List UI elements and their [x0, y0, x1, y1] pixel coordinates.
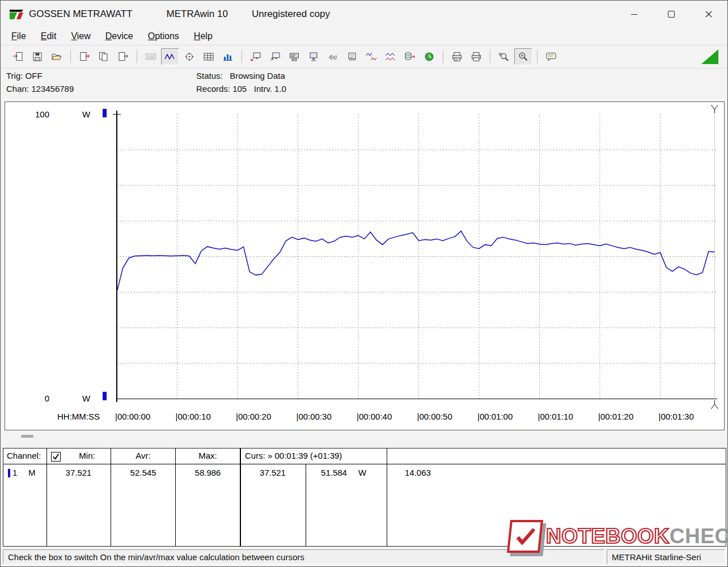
- status-info: Status: Browsing Data: [196, 71, 285, 81]
- svg-text:123: 123: [147, 55, 154, 59]
- print-preview-icon: [451, 52, 463, 62]
- copy-data-button[interactable]: [95, 48, 113, 65]
- cell-cursor2: 51.584: [306, 468, 362, 477]
- x-tick-label: |00:00:20: [236, 412, 271, 421]
- device-read-icon: [250, 52, 261, 62]
- app-window: GOSSEN METRAWATT METRAwin 10 Unregistere…: [0, 0, 728, 567]
- status-hint: Check the box to switch On the min/avr/m…: [8, 552, 304, 562]
- copy-data-icon: [98, 52, 109, 62]
- x-tick-label: |00:00:00: [115, 412, 150, 421]
- menu-file[interactable]: File: [4, 29, 33, 43]
- interval-timer-icon: [424, 52, 435, 62]
- menu-edit[interactable]: Edit: [33, 29, 64, 43]
- cell-max: 58.986: [176, 468, 240, 477]
- x-tick-label: |00:00:30: [297, 412, 332, 421]
- menu-bar: FileEditViewDeviceOptionsHelp: [1, 28, 727, 45]
- cell-avr: 52.545: [111, 468, 175, 477]
- device-read-memory-button[interactable]: [266, 48, 284, 65]
- app-title: GOSSEN METRAWATT: [29, 9, 133, 20]
- channel-table: Channel: Min: Avr: Max: Curs: » 00:01:39…: [3, 448, 726, 547]
- minimize-icon: [631, 14, 637, 15]
- table-divider: [111, 448, 111, 546]
- view-curve-chart-button[interactable]: [161, 48, 179, 65]
- menu-options[interactable]: Options: [141, 29, 187, 43]
- menu-help[interactable]: Help: [187, 29, 220, 43]
- table-divider-cursor: [240, 448, 241, 546]
- x-axis-format-label: HH:MM:SS: [57, 412, 100, 421]
- channel-split-icon: [366, 52, 377, 62]
- export-database-button[interactable]: [401, 48, 419, 65]
- annotation-icon: [545, 52, 557, 62]
- device-monitor-button[interactable]: [343, 48, 361, 65]
- save-file-icon: [32, 52, 43, 62]
- pc-online-monitor-button[interactable]: [304, 48, 323, 65]
- maximize-button[interactable]: [653, 1, 690, 28]
- open-file-button[interactable]: [48, 48, 66, 65]
- channel-pair-icon: [385, 52, 396, 62]
- view-data-table-button[interactable]: [200, 48, 218, 65]
- device-model: METRAHit Starline-Seri: [612, 552, 701, 562]
- zoom-in-button[interactable]: [514, 48, 532, 65]
- pc-online-monitor-icon: [308, 52, 319, 62]
- device-read-button[interactable]: [247, 48, 265, 65]
- view-histogram-button[interactable]: [219, 48, 237, 65]
- formula-button[interactable]: -f(x): [324, 48, 342, 65]
- document-title: METRAwin 10: [167, 9, 228, 20]
- trigger-status: Trig: OFF: [6, 71, 43, 81]
- minimize-button[interactable]: [615, 1, 653, 28]
- status-bar: Check the box to switch On the min/avr/m…: [3, 549, 725, 564]
- device-model-panel: METRAHit Starline-Seri: [607, 549, 725, 564]
- toolbar-separator: [490, 50, 490, 64]
- menu-view[interactable]: View: [64, 29, 98, 43]
- export-file-button[interactable]: [114, 48, 132, 65]
- interval-timer-button[interactable]: [420, 48, 438, 65]
- records-info: Records: 105 Intrv. 1.0: [196, 84, 286, 94]
- view-histogram-icon: [222, 52, 234, 62]
- channel-checkbox[interactable]: [51, 452, 61, 462]
- col-header-avr: Avr:: [111, 451, 175, 460]
- view-curve-chart-icon: [164, 52, 176, 62]
- print-preview-button[interactable]: [448, 48, 466, 65]
- x-tick-label: |00:01:20: [598, 412, 633, 421]
- y-axis-unit-bottom: W: [82, 393, 90, 403]
- menu-device[interactable]: Device: [98, 29, 141, 43]
- table-divider: [46, 448, 47, 546]
- x-tick-label: |00:01:00: [477, 412, 513, 421]
- cell-channel-mode: M: [28, 468, 36, 477]
- table-divider: [175, 448, 176, 546]
- device-display-config-button[interactable]: [285, 48, 303, 65]
- close-button[interactable]: [690, 1, 727, 28]
- import-file-icon: [12, 52, 24, 62]
- zoom-mode-button[interactable]: M: [495, 48, 513, 65]
- table-header-divider: [3, 464, 726, 464]
- annotation-button[interactable]: [542, 48, 560, 65]
- channel-pair-button[interactable]: [382, 48, 400, 65]
- chart-panel[interactable]: 100 W 0 W HH:MM:SS|00:00:00|00:00:10|00:…: [5, 101, 725, 430]
- table-divider: [387, 448, 387, 546]
- x-tick-label: |00:00:50: [417, 412, 452, 421]
- channel-info: Chan: 123456789: [6, 84, 74, 94]
- y-axis-max-label: 100: [30, 109, 49, 119]
- col-header-max: Max:: [176, 451, 240, 460]
- h-scrollbar-thumb[interactable]: [21, 435, 33, 438]
- channel-split-button[interactable]: [362, 48, 380, 65]
- toolbar-separator: [137, 50, 137, 64]
- print-button[interactable]: [467, 48, 485, 65]
- device-monitor-icon: [346, 52, 358, 62]
- y-axis-unit-top: W: [82, 109, 90, 119]
- copy-chart-button[interactable]: [75, 48, 94, 65]
- x-tick-label: |00:01:30: [659, 412, 694, 421]
- import-file-button[interactable]: [9, 48, 27, 65]
- toolbar-separator: [443, 50, 443, 64]
- status-hint-panel: Check the box to switch On the min/avr/m…: [3, 549, 604, 564]
- zoom-in-icon: [518, 52, 529, 62]
- channel-color-marker-top: [103, 109, 107, 117]
- x-tick-label: |00:01:10: [538, 412, 573, 421]
- save-file-button[interactable]: [28, 48, 46, 65]
- toolbar: 123-f(x)M: [1, 45, 727, 69]
- x-tick-label: |00:00:40: [357, 412, 392, 421]
- view-analog-meter-button[interactable]: [180, 48, 198, 65]
- power-curve-plot[interactable]: [5, 102, 724, 430]
- app-logo-icon: [9, 7, 24, 21]
- window-controls: [615, 1, 727, 28]
